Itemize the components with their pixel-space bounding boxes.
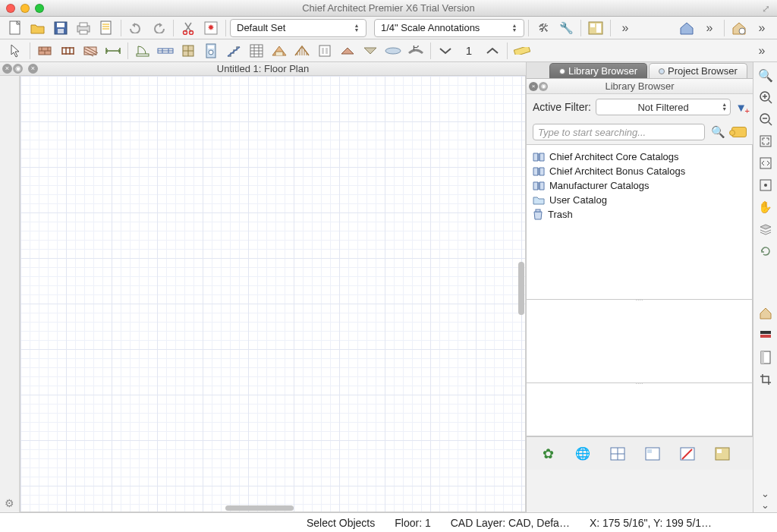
save-button[interactable] bbox=[50, 18, 71, 38]
wall-straight-button[interactable] bbox=[34, 41, 55, 61]
filter-row: Active Filter: Not Filtered ▲▼ ▼+ bbox=[527, 94, 753, 120]
undo-button[interactable] bbox=[125, 18, 146, 38]
color-button[interactable] bbox=[755, 326, 776, 345]
panel-tabs: Library Browser Project Browser bbox=[527, 62, 753, 79]
tools-toolbar: P 1 » bbox=[0, 39, 777, 62]
house-tool-button[interactable] bbox=[755, 304, 776, 323]
separator bbox=[225, 20, 226, 36]
tree-item[interactable]: Chief Architect Core Catalogs bbox=[530, 150, 749, 164]
stairs-button[interactable] bbox=[223, 41, 244, 61]
view-details-button[interactable] bbox=[677, 443, 698, 464]
close-window-icon[interactable] bbox=[6, 4, 15, 13]
search-row: 🔍 bbox=[527, 120, 753, 144]
zoom-in-button[interactable] bbox=[755, 87, 776, 107]
dimension-button[interactable] bbox=[102, 41, 124, 61]
house-clock-button[interactable] bbox=[728, 18, 750, 38]
minimize-window-icon[interactable] bbox=[20, 4, 30, 13]
scale-combo[interactable]: 1/4" Scale Annotations ▲▼ bbox=[374, 19, 524, 37]
framing-button[interactable] bbox=[291, 41, 313, 61]
schedule-button[interactable] bbox=[246, 41, 267, 61]
appliance-button[interactable] bbox=[200, 41, 222, 61]
measure-button[interactable] bbox=[511, 41, 533, 61]
ceiling-button[interactable] bbox=[360, 41, 381, 61]
tree-item[interactable]: Manufacturer Catalogs bbox=[530, 178, 749, 193]
floor-down-button[interactable] bbox=[435, 41, 456, 61]
new-file-button[interactable] bbox=[5, 18, 26, 38]
vertical-scrollbar[interactable] bbox=[518, 262, 524, 315]
plant-tool-button[interactable]: ✿ bbox=[537, 443, 558, 464]
overflow-button[interactable]: » bbox=[751, 41, 772, 61]
view-grid-button[interactable] bbox=[607, 443, 628, 464]
page-setup-button[interactable] bbox=[96, 18, 117, 38]
house-blue-button[interactable] bbox=[676, 18, 697, 38]
tree-item-label: Chief Architect Bonus Catalogs bbox=[549, 165, 685, 177]
panel-button[interactable] bbox=[755, 348, 776, 367]
drawing-canvas[interactable] bbox=[20, 76, 526, 512]
floor-plan-button[interactable] bbox=[337, 41, 358, 61]
svg-point-9 bbox=[190, 30, 193, 34]
globe-button[interactable]: 🌐 bbox=[572, 443, 593, 464]
wrench-gear-button[interactable]: 🛠 bbox=[533, 18, 554, 38]
layout-button[interactable] bbox=[585, 18, 606, 38]
maximize-icon[interactable]: ⤢ bbox=[762, 3, 772, 14]
separator bbox=[507, 42, 508, 59]
layout-view-button[interactable] bbox=[712, 443, 733, 464]
separator bbox=[610, 20, 611, 36]
library-tree[interactable]: Chief Architect Core CatalogsChief Archi… bbox=[527, 144, 753, 300]
filter-add-icon[interactable]: ▼+ bbox=[735, 101, 747, 114]
zoom-out-button[interactable] bbox=[755, 109, 776, 129]
horizontal-scrollbar[interactable] bbox=[225, 505, 294, 511]
tree-item[interactable]: User Catalog bbox=[530, 193, 749, 207]
crop-button[interactable] bbox=[755, 370, 776, 389]
floor-up-button[interactable] bbox=[482, 41, 503, 61]
overflow-button[interactable]: » bbox=[615, 18, 636, 38]
overflow-down-button[interactable]: ⌄⌄ bbox=[755, 490, 776, 509]
svg-rect-7 bbox=[101, 21, 111, 34]
wall-hatch-button[interactable] bbox=[80, 41, 101, 61]
search-input[interactable] bbox=[533, 124, 705, 140]
fill-window-button[interactable] bbox=[755, 153, 776, 173]
camera-icon[interactable] bbox=[731, 127, 747, 137]
tab-indicator-icon bbox=[559, 68, 565, 74]
elevation-button[interactable] bbox=[314, 41, 335, 61]
layers-button[interactable] bbox=[755, 219, 776, 239]
print-button[interactable] bbox=[73, 18, 94, 38]
tab-project-browser[interactable]: Project Browser bbox=[649, 63, 747, 78]
pan-button[interactable]: ✋ bbox=[755, 197, 776, 217]
cut-button[interactable] bbox=[178, 18, 199, 38]
overflow-button[interactable]: » bbox=[751, 18, 772, 38]
svg-rect-26 bbox=[326, 48, 328, 54]
filter-value: Not Filtered bbox=[637, 102, 688, 113]
open-file-button[interactable] bbox=[27, 18, 49, 38]
road-button[interactable]: P bbox=[405, 41, 426, 61]
tree-item[interactable]: Chief Architect Bonus Catalogs bbox=[530, 164, 749, 178]
redo-button[interactable] bbox=[148, 18, 169, 38]
fit-window-button[interactable] bbox=[755, 131, 776, 151]
filter-label: Active Filter: bbox=[533, 101, 591, 113]
refresh-button[interactable] bbox=[755, 241, 776, 261]
door-button[interactable] bbox=[132, 41, 153, 61]
zoom-fit-button[interactable]: 🔍 bbox=[755, 65, 776, 85]
tab-library-browser[interactable]: Library Browser bbox=[549, 63, 647, 78]
svg-point-8 bbox=[184, 30, 187, 34]
actual-size-button[interactable] bbox=[755, 175, 776, 195]
view-list-button[interactable] bbox=[642, 443, 663, 464]
railing-button[interactable] bbox=[57, 41, 78, 61]
default-set-combo[interactable]: Default Set ▲▼ bbox=[230, 19, 366, 37]
cabinet-button[interactable] bbox=[178, 41, 199, 61]
filter-combo[interactable]: Not Filtered ▲▼ bbox=[596, 99, 731, 115]
svg-rect-36 bbox=[717, 449, 722, 453]
svg-point-27 bbox=[385, 48, 401, 54]
search-icon[interactable]: 🔍 bbox=[711, 125, 725, 139]
window-button[interactable] bbox=[155, 41, 176, 61]
tree-item[interactable]: Trash bbox=[530, 207, 749, 222]
zoom-window-icon[interactable] bbox=[35, 4, 44, 13]
select-objects-button[interactable] bbox=[5, 41, 26, 61]
overflow-button[interactable]: » bbox=[699, 18, 720, 38]
wrench-button[interactable]: 🔧 bbox=[555, 18, 577, 38]
separator bbox=[724, 20, 725, 36]
preferences-button[interactable] bbox=[200, 18, 222, 38]
roof-button[interactable] bbox=[269, 41, 290, 61]
gear-icon[interactable]: ⚙ bbox=[5, 497, 14, 509]
terrain-button[interactable] bbox=[382, 41, 404, 61]
